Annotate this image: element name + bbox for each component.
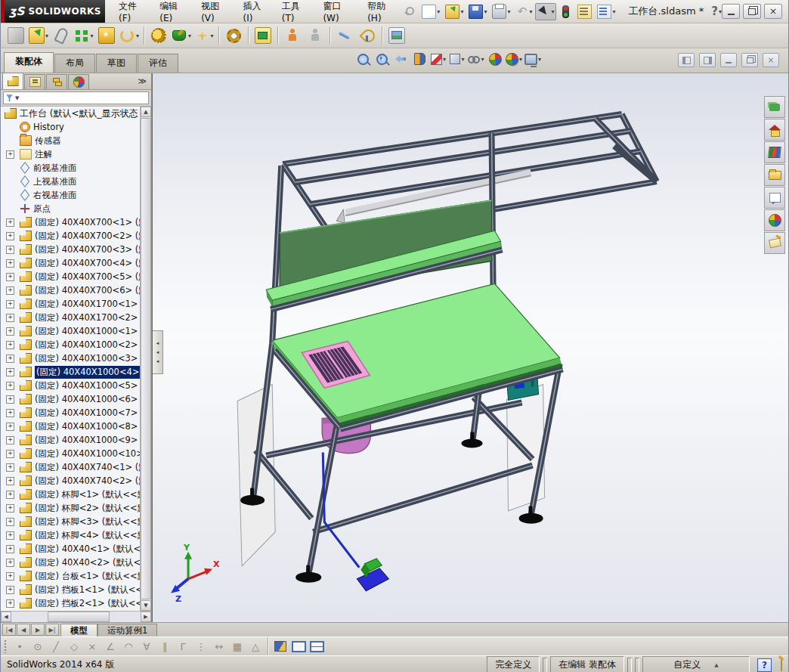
tree-item[interactable]: +(固定) 40X40X700<1> (默认 [2, 215, 151, 229]
tree-expander-icon[interactable]: + [6, 477, 14, 485]
rebuild-button[interactable] [557, 3, 574, 20]
tree-expander-icon[interactable]: + [6, 259, 14, 268]
tree-expander-icon[interactable]: + [6, 599, 14, 608]
tab-property-manager[interactable] [24, 74, 45, 89]
tree-expander-icon[interactable]: + [6, 341, 14, 349]
move-component-dropdown-icon[interactable]: ▾ [136, 33, 139, 39]
tree-expander-icon[interactable]: + [6, 409, 14, 417]
tree-item[interactable]: +(固定) 40X40X700<3> (默认 [2, 243, 151, 256]
new-sketch-button[interactable]: ▾ [193, 25, 215, 46]
restore-doc-button[interactable] [741, 53, 758, 67]
tree-item[interactable]: 传感器 [2, 134, 151, 147]
sketch-fillet-icon[interactable]: ∠ [102, 639, 119, 654]
tab-nav-3[interactable]: ▶| [45, 624, 59, 636]
view-palette-button[interactable] [764, 187, 785, 209]
tree-expander-icon[interactable]: + [6, 559, 14, 567]
tab-feature-manager[interactable] [2, 73, 23, 89]
view-orientation-dropdown-icon[interactable]: ▾ [443, 56, 446, 63]
new-document-dropdown-icon[interactable]: ▾ [437, 8, 440, 15]
open-dropdown-icon[interactable]: ▾ [460, 8, 463, 15]
tree-expander-icon[interactable]: + [6, 586, 14, 594]
options-dropdown-icon[interactable]: ▾ [612, 8, 615, 15]
tree-item[interactable]: +(固定) 40X40X700<2> (默认 [2, 229, 151, 243]
tree-expander-icon[interactable]: + [6, 246, 14, 254]
horizontal-scroll-thumb[interactable] [48, 612, 110, 622]
reference-geometry-dropdown-icon[interactable]: ▾ [188, 33, 191, 39]
reference-geometry-button[interactable]: ▾ [171, 25, 192, 46]
view-orientation-button[interactable]: ▾ [430, 51, 447, 67]
tree-item[interactable]: +(固定) 40X40X700<5> (默认 [2, 270, 151, 283]
zoom-to-area-button[interactable] [373, 51, 390, 67]
assembly-features-button[interactable] [148, 25, 169, 46]
tree-item[interactable]: +(固定) 台板<1> (默认<<默 [2, 569, 151, 583]
tab-configuration-manager[interactable] [46, 74, 67, 89]
zoom-to-fit-button[interactable] [354, 51, 371, 67]
select-cursor-dropdown-icon[interactable]: ▾ [551, 8, 554, 15]
split-pane-icon[interactable] [290, 639, 307, 654]
print-dropdown-icon[interactable]: ▾ [507, 8, 510, 15]
section-view-icon[interactable] [272, 639, 289, 654]
tree-expander-icon[interactable]: + [6, 504, 14, 513]
tree-item[interactable]: +(固定) 40X40X1000<3> (默 [2, 351, 151, 365]
circle-icon[interactable]: ⊙ [29, 639, 46, 654]
tab-display-manager[interactable] [68, 74, 89, 89]
trim-entities-icon[interactable]: × [84, 639, 101, 654]
tree-item[interactable]: 前视基准面 [2, 161, 151, 175]
tree-expander-icon[interactable]: + [6, 395, 14, 404]
apply-scene-button[interactable]: ▾ [506, 51, 522, 67]
clearance-verification-button[interactable] [305, 25, 326, 46]
tree-item[interactable]: +(固定) 40X40X1700<1> (默 [2, 297, 151, 311]
scroll-right-button[interactable]: ▶ [141, 612, 151, 622]
minimize-doc-button[interactable] [720, 53, 737, 67]
panel-tabs-overflow[interactable]: ≫ [138, 76, 147, 86]
tree-item[interactable]: +(固定) 40X40X1000<5> (默 [2, 379, 151, 392]
offset-entities-icon[interactable]: ∥ [156, 639, 173, 654]
interference-detection-button[interactable] [282, 25, 303, 46]
arc-icon[interactable]: ◠ [120, 639, 137, 654]
tab-nav-1[interactable]: ◀ [17, 624, 30, 636]
tree-item[interactable]: +(固定) 40X40X700<6> (默认 [2, 283, 151, 297]
apply-scene-dropdown-icon[interactable]: ▾ [519, 56, 522, 63]
tree-expander-icon[interactable]: + [6, 286, 14, 295]
tree-item[interactable]: +(固定) 40X40X1000<8> (默 [2, 420, 151, 433]
panel-splitter-handle[interactable]: ◂◂◂ [153, 330, 163, 374]
assembly-xpert-button[interactable] [357, 25, 378, 46]
custom-dropdown-icon[interactable]: ▲ [714, 662, 718, 668]
take-snapshot-button[interactable] [386, 25, 407, 46]
scroll-up-button[interactable]: ▲ [141, 107, 151, 117]
vertical-scroll-thumb[interactable] [141, 118, 151, 599]
undo-dropdown-icon[interactable]: ▾ [529, 8, 532, 15]
previous-view-button[interactable] [392, 51, 409, 67]
tree-item[interactable]: 原点 [2, 202, 151, 215]
tree-horizontal-scrollbar[interactable]: ◀ ▶ [1, 611, 151, 622]
menu-item-1[interactable]: 编辑(E) [153, 0, 193, 26]
view-settings-button[interactable]: ▾ [524, 51, 541, 67]
tree-expander-icon[interactable]: + [6, 382, 14, 390]
open-component-button[interactable]: ▾ [28, 25, 49, 46]
mate-button[interactable] [51, 25, 72, 46]
tree-expander-icon[interactable]: + [6, 450, 14, 458]
close-doc-button[interactable]: × [763, 53, 779, 67]
save-dropdown-icon[interactable]: ▾ [484, 8, 487, 15]
tab-nav-2[interactable]: ▶ [31, 624, 45, 636]
status-tag-icon[interactable] [781, 660, 782, 670]
tree-expander-icon[interactable]: + [6, 491, 14, 499]
menu-item-5[interactable]: 窗口(W) [317, 0, 360, 26]
menu-item-6[interactable]: 帮助(H) [361, 0, 402, 26]
file-explorer-button[interactable] [764, 164, 785, 186]
tree-item[interactable]: +(固定) 40X40X1000<9> (默 [2, 433, 151, 447]
close-button[interactable]: × [764, 4, 782, 19]
minimize-button[interactable] [722, 4, 740, 19]
construction-line-icon[interactable]: ⋮ [193, 639, 209, 654]
custom-properties-button[interactable] [764, 232, 785, 254]
design-library-button[interactable] [764, 141, 785, 163]
tree-item[interactable]: +(固定) 40X40X700<4> (默认 [2, 256, 151, 270]
hide-show-items-dropdown-icon[interactable]: ▾ [481, 56, 484, 63]
print-button[interactable]: ▾ [490, 2, 512, 21]
tree-expander-icon[interactable]: + [6, 545, 14, 553]
display-style-dropdown-icon[interactable]: ▾ [461, 56, 464, 63]
tab-motion-study[interactable]: 运动算例1 [97, 624, 157, 636]
menu-item-0[interactable]: 文件(F) [113, 0, 152, 26]
angle-icon[interactable]: △ [247, 639, 264, 654]
tree-item[interactable]: +(固定) 40X40<2> (默认<< [2, 556, 151, 569]
